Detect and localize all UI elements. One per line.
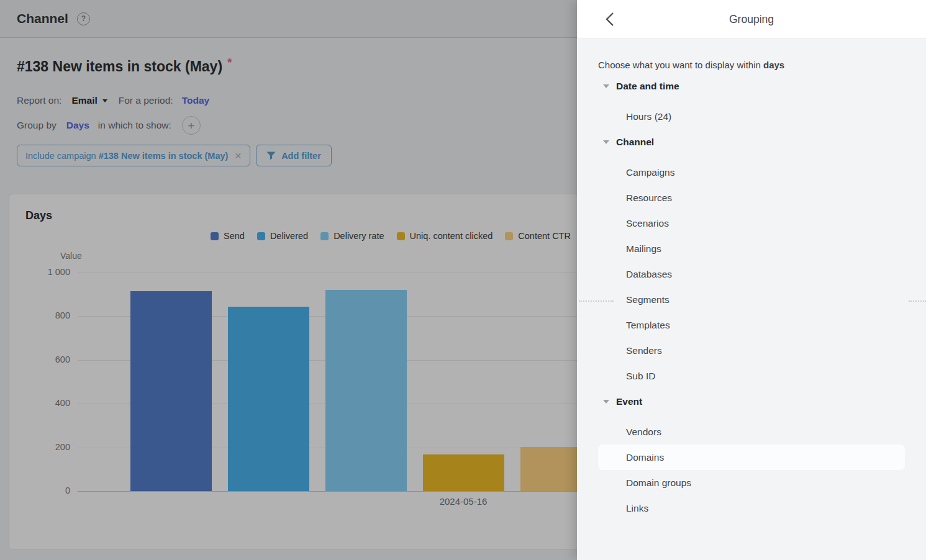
group-item-label: Domains [626, 452, 664, 463]
group-section-channel[interactable]: Channel [598, 129, 905, 155]
section-label: Event [616, 396, 642, 407]
group-item-label: Hours (24) [626, 111, 671, 122]
group-item-label: Domain groups [626, 477, 691, 489]
section-label: Channel [616, 137, 654, 148]
group-item-label: Sub ID [626, 371, 655, 382]
back-button[interactable] [602, 10, 618, 29]
group-item-label: Segments [626, 294, 670, 305]
group-item-hours-24[interactable]: Hours (24) [598, 104, 905, 129]
collapse-triangle-icon [603, 84, 609, 88]
group-item-label: Links [626, 503, 648, 514]
group-item-domains[interactable]: Domains [598, 445, 905, 470]
group-item-resources[interactable]: Resources [598, 185, 905, 210]
dashed-line-fragment [579, 300, 614, 302]
panel-title: Grouping [729, 13, 774, 26]
group-section-event[interactable]: Event [598, 389, 905, 414]
dashed-line-fragment [909, 300, 926, 302]
panel-header: Grouping [577, 0, 926, 39]
group-item-vendors[interactable]: Vendors [598, 419, 905, 445]
group-item-label: Campaigns [626, 167, 674, 178]
group-item-databases[interactable]: Databases [598, 261, 905, 287]
group-item-label: Senders [626, 345, 662, 356]
group-item-label: Scenarios [626, 218, 669, 229]
group-item-label: Vendors [626, 427, 661, 438]
group-item-mailings[interactable]: Mailings [598, 236, 905, 261]
instruction-emphasis: days [763, 60, 784, 70]
group-item-label: Databases [626, 269, 672, 280]
group-item-links[interactable]: Links [598, 495, 905, 521]
group-item-templates[interactable]: Templates [598, 312, 905, 338]
group-item-segments[interactable]: Segments [598, 287, 905, 312]
group-item-scenarios[interactable]: Scenarios [598, 210, 905, 236]
panel-body: Choose what you want to display within d… [577, 39, 926, 521]
instruction-text: Choose what you want to display within [598, 60, 763, 70]
group-item-domain-groups[interactable]: Domain groups [598, 470, 905, 495]
group-section-date-and-time[interactable]: Date and time [598, 73, 905, 99]
group-item-sub-id[interactable]: Sub ID [598, 363, 905, 389]
chevron-left-icon [604, 11, 616, 27]
section-label: Date and time [616, 81, 679, 92]
group-item-label: Mailings [626, 243, 661, 255]
grouping-panel: Grouping Choose what you want to display… [577, 0, 926, 560]
group-item-campaigns[interactable]: Campaigns [598, 160, 905, 185]
group-item-senders[interactable]: Senders [598, 338, 905, 363]
app-screen: Channel ? #138 New items in stock (May)*… [0, 0, 926, 560]
group-item-label: Resources [626, 192, 672, 204]
collapse-triangle-icon [603, 140, 609, 144]
collapse-triangle-icon [603, 400, 609, 404]
group-item-label: Templates [626, 320, 670, 331]
panel-instruction: Choose what you want to display within d… [598, 39, 905, 73]
grouping-list: Date and timeHours (24)ChannelCampaignsR… [598, 73, 905, 521]
